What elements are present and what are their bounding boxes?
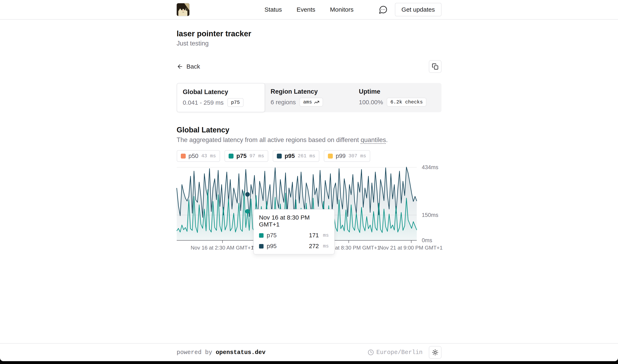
tab-region-latency[interactable]: Region Latency 6 regions ams — [265, 83, 353, 112]
quantile-legend: p50 43 ms p75 97 ms p95 261 ms p99 307 m… — [177, 150, 441, 162]
openstatus-link[interactable]: openstatus.dev — [216, 349, 266, 356]
section-title: Global Latency — [177, 126, 441, 134]
x-tick — [349, 241, 349, 243]
checks-badge: 6.2k checks — [387, 98, 426, 106]
p95-swatch — [259, 244, 263, 248]
tab-title: Uptime — [359, 88, 436, 95]
copy-link-button[interactable] — [429, 60, 441, 73]
y-tick-label: 150ms — [422, 212, 439, 218]
tab-value: 6 regions — [271, 99, 296, 106]
arrow-left-icon — [177, 63, 183, 70]
p75-swatch — [259, 233, 263, 238]
x-tick-label: Nov 16 at 2:30 AM GMT+1 — [191, 245, 254, 251]
y-tick-label: 434ms — [422, 164, 439, 170]
clock-icon — [368, 349, 374, 355]
nav-links: Status Events Monitors — [265, 6, 354, 13]
nav-link-monitors[interactable]: Monitors — [330, 6, 353, 13]
y-tick-label: 0ms — [422, 237, 432, 244]
x-tick — [222, 241, 223, 243]
copy-icon — [432, 63, 439, 70]
sun-icon — [432, 349, 439, 356]
tab-value: 100.00% — [359, 99, 383, 106]
back-link[interactable]: Back — [177, 63, 200, 70]
legend-chip-p50[interactable]: p50 43 ms — [177, 150, 220, 162]
p95-swatch — [277, 154, 282, 158]
nav-link-status[interactable]: Status — [265, 6, 282, 13]
chart-plot-area[interactable]: Nov 16 at 2:30 AM GMT+1 Nov 17 at 11:30 … — [177, 167, 417, 240]
legend-chip-p75[interactable]: p75 97 ms — [224, 150, 268, 162]
trending-up-icon — [314, 100, 319, 105]
tab-global-latency[interactable]: Global Latency 0.041 - 259 ms p75 — [177, 83, 265, 112]
tooltip-title: Nov 16 at 8:30 PM GMT+1 — [259, 214, 329, 228]
p99-swatch — [328, 154, 333, 158]
p50-swatch — [181, 154, 186, 158]
footer: powered by openstatus.dev Europe/Berlin — [0, 343, 618, 361]
tab-value: 0.041 - 259 ms — [183, 99, 224, 106]
timezone: Europe/Berlin — [368, 349, 423, 356]
section-description: The aggregated latency from all active r… — [177, 136, 441, 144]
page-title: laser pointer tracker — [177, 29, 441, 38]
navbar: Status Events Monitors Get updates — [0, 0, 618, 20]
page-subtitle: Just testing — [177, 40, 441, 47]
message-bubble-icon — [379, 5, 388, 14]
powered-by: powered by openstatus.dev — [177, 349, 266, 356]
theme-toggle-button[interactable] — [429, 346, 441, 359]
p95-hover-dot — [245, 192, 250, 197]
quantile-badge: p75 — [227, 98, 244, 107]
get-updates-button[interactable]: Get updates — [395, 3, 441, 16]
back-label: Back — [187, 63, 200, 70]
tooltip-row-p75: p75 171 ms — [259, 232, 329, 239]
tooltip-row-p95: p95 272 ms — [259, 243, 329, 249]
tab-title: Global Latency — [183, 88, 259, 96]
legend-chip-p95[interactable]: p95 261 ms — [273, 150, 319, 162]
tab-uptime[interactable]: Uptime 100.00% 6.2k checks — [353, 83, 441, 112]
x-tick-label: Nov 21 at 9:00 PM GMT+1 — [379, 245, 443, 251]
x-tick — [411, 241, 412, 243]
stat-tabs: Global Latency 0.041 - 259 ms p75 Region… — [177, 83, 441, 112]
legend-chip-p99[interactable]: p99 307 ms — [324, 150, 370, 162]
tab-title: Region Latency — [271, 88, 347, 95]
quantiles-link[interactable]: quantiles — [361, 136, 386, 143]
page: Status Events Monitors Get updates la — [0, 0, 618, 361]
latency-chart[interactable]: Nov 16 at 2:30 AM GMT+1 Nov 17 at 11:30 … — [177, 167, 441, 255]
p75-swatch — [229, 154, 233, 158]
p75-hover-dot — [245, 209, 250, 214]
cat-avatar — [177, 3, 189, 16]
region-badge: ams — [300, 98, 323, 106]
chart-tooltip: Nov 16 at 8:30 PM GMT+1 p75 171 ms p95 2… — [253, 209, 335, 254]
feedback-chat-button[interactable] — [379, 5, 388, 14]
nav-link-events[interactable]: Events — [297, 6, 316, 13]
